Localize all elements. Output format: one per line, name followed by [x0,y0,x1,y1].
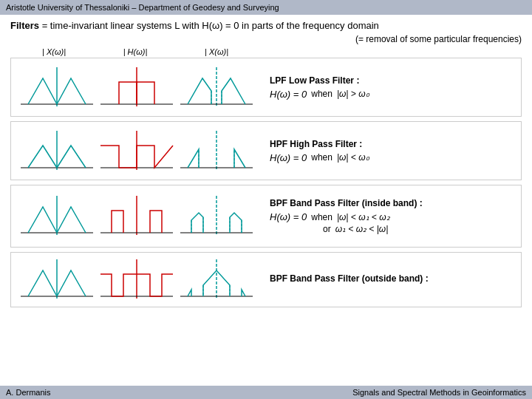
bpf-inside-title: BPF Band Pass Filter (inside band) : [270,198,515,208]
bpf-inside-section: BPF Band Pass Filter (inside band) : H(ω… [10,185,522,248]
page-title-row: Filters = time-invariant linear systems … [10,19,522,33]
main-content: Filters = time-invariant linear systems … [0,15,532,315]
hpf-input-diagram [17,127,97,175]
title-description: = time-invariant linear systems L with H… [42,20,379,31]
bpf-outside-filter-diagram [97,256,177,304]
bpf-inside-filter-diagram [97,192,177,240]
lpf-formula-line: H(ω) = 0 when |ω| > ω₀ [270,89,515,100]
bpf-inside-output-diagram [177,192,256,240]
hpf-info: HPF High Pass Filter : H(ω) = 0 when |ω|… [262,139,515,163]
bpf-outside-diagrams [17,256,256,304]
lpf-section: LPF Low Pass Filter : H(ω) = 0 when |ω| … [10,58,522,117]
page-footer: A. Dermanis Signals and Spectral Methods… [0,386,532,399]
hpf-filter-diagram [97,127,177,175]
filters-label: Filters [10,20,39,31]
lpf-input-diagram [17,64,97,112]
column-labels: | X(ω)| | H(ω)| | X(ω)| [10,47,522,56]
lpf-output-diagram [177,64,256,112]
lpf-diagrams [17,64,256,112]
bpf-inside-formula-line: H(ω) = 0 when |ω| < ω₁ < ω₂ [270,211,515,222]
lpf-info: LPF Low Pass Filter : H(ω) = 0 when |ω| … [262,75,515,100]
col-label-2: | H(ω)| [95,47,176,56]
bpf-outside-title: BPF Band Pass Filter (outside band) : [270,273,515,284]
hpf-output-diagram [177,127,256,175]
hpf-diagrams [17,127,256,175]
bpf-inside-input-diagram [17,192,97,240]
bpf-outside-section: BPF Band Pass Filter (outside band) : [10,252,522,307]
hpf-title: HPF High Pass Filter : [270,139,515,149]
page-header: Aristotle University of Thessaloniki – D… [0,0,532,15]
lpf-title: LPF Low Pass Filter : [270,75,515,86]
col-label-1: | X(ω)| [13,47,95,56]
title-description2: (= removal of some particular frequencie… [10,34,522,44]
hpf-formula-line: H(ω) = 0 when |ω| < ω₀ [270,152,515,163]
bpf-outside-input-diagram [17,256,97,304]
hpf-section: HPF High Pass Filter : H(ω) = 0 when |ω|… [10,121,522,180]
bpf-outside-output-diagram [177,256,256,304]
bpf-inside-diagrams [17,192,256,240]
footer-left: A. Dermanis [6,388,51,397]
col-label-3: | X(ω)| [176,47,257,56]
header-title: Aristotle University of Thessaloniki – D… [6,3,279,12]
bpf-inside-info: BPF Band Pass Filter (inside band) : H(ω… [262,198,515,234]
bpf-inside-condition2-line: or ω₁ < ω₂ < |ω| [270,224,515,234]
bpf-outside-info: BPF Band Pass Filter (outside band) : [262,273,515,287]
lpf-filter-diagram [97,64,177,112]
footer-right: Signals and Spectral Methods in Geoinfor… [352,388,526,397]
